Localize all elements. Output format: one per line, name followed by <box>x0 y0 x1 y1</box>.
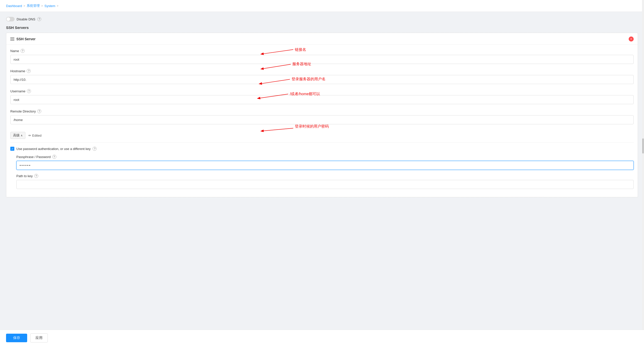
scrollbar-thumb[interactable] <box>642 138 644 153</box>
chevron-up-icon: ∧ <box>21 134 23 137</box>
breadcrumb-system[interactable]: System <box>44 4 55 8</box>
username-label: Username ? <box>10 89 634 93</box>
passphrase-field-group: Passphrase / Password ? <box>16 155 634 170</box>
use-password-row: Use password authentication, or use a di… <box>10 147 634 151</box>
path-to-key-label: Path to key ? <box>16 174 634 178</box>
edited-badge: ✏ Edited <box>28 134 42 137</box>
disable-dns-row: Disable DNS ? <box>6 17 638 21</box>
passphrase-label: Passphrase / Password ? <box>16 155 634 159</box>
breadcrumb-sep-2: > <box>41 4 43 7</box>
save-button[interactable]: 保存 <box>6 334 27 342</box>
sub-section: Passphrase / Password ? Path to key ? <box>16 155 634 189</box>
passphrase-input[interactable] <box>16 161 634 170</box>
breadcrumb-sep-3: > <box>57 4 58 7</box>
svg-line-1 <box>261 64 291 69</box>
remote-dir-input[interactable] <box>10 115 634 124</box>
hostname-help-icon[interactable]: ? <box>27 69 31 73</box>
main-content: Disable DNS ? SSH Servers SSH Server × <box>0 12 644 346</box>
breadcrumb: Dashboard > 系统管理 > System > <box>0 0 644 12</box>
remote-dir-label: Remote Directory ? <box>10 109 634 113</box>
breadcrumb-dashboard[interactable]: Dashboard <box>6 4 22 8</box>
passphrase-help-icon[interactable]: ? <box>52 155 56 159</box>
scrollbar-track <box>642 0 644 346</box>
use-password-help-icon[interactable]: ? <box>93 147 97 151</box>
ssh-card-title-area: SSH Server <box>10 37 35 41</box>
breadcrumb-system-mgmt[interactable]: 系统管理 <box>27 4 40 8</box>
disable-dns-toggle[interactable] <box>6 17 15 21</box>
name-help-icon[interactable]: ? <box>21 49 25 53</box>
hamburger-icon[interactable] <box>10 37 14 41</box>
path-to-key-help-icon[interactable]: ? <box>34 174 38 178</box>
hostname-label: Hostname ? <box>10 69 634 73</box>
remote-dir-help-icon[interactable]: ? <box>37 109 41 113</box>
name-label: Name ? <box>10 49 634 53</box>
path-to-key-input[interactable] <box>16 180 634 189</box>
path-to-key-field-group: Path to key ? <box>16 174 634 189</box>
username-input[interactable] <box>10 95 634 104</box>
ssh-servers-heading: SSH Servers <box>6 25 638 30</box>
username-field-group: Username ? <box>10 89 634 104</box>
ssh-card-body: Name ? Hostname ? Username <box>6 45 638 197</box>
name-input[interactable] <box>10 55 634 64</box>
pencil-icon: ✏ <box>28 134 31 137</box>
hostname-field-group: Hostname ? <box>10 69 634 84</box>
ssh-card-header: SSH Server × <box>6 33 638 45</box>
bottom-bar: 保存 应用 <box>0 330 644 346</box>
apply-button[interactable]: 应用 <box>30 333 48 342</box>
use-password-label: Use password authentication, or use a di… <box>16 147 91 151</box>
username-help-icon[interactable]: ? <box>27 89 31 93</box>
ann-password-note: 登录时候的用户密码 <box>295 124 329 128</box>
disable-dns-help-icon[interactable]: ? <box>37 17 41 21</box>
advanced-bar: 高级 ∧ ✏ Edited <box>10 129 634 142</box>
advanced-button[interactable]: 高级 ∧ <box>10 132 25 139</box>
ssh-server-card: SSH Server × Name ? Hostname <box>6 33 638 197</box>
remote-dir-field-group: Remote Directory ? <box>10 109 634 124</box>
ssh-card-close-button[interactable]: × <box>629 36 634 42</box>
edited-label: Edited <box>32 134 42 137</box>
name-field-group: Name ? <box>10 49 634 64</box>
disable-dns-label: Disable DNS <box>17 17 35 21</box>
hostname-input[interactable] <box>10 75 634 84</box>
advanced-content: Use password authentication, or use a di… <box>10 142 634 189</box>
ssh-card-title: SSH Server <box>16 37 35 41</box>
use-password-checkbox[interactable] <box>10 147 14 151</box>
breadcrumb-sep-1: > <box>24 4 25 7</box>
